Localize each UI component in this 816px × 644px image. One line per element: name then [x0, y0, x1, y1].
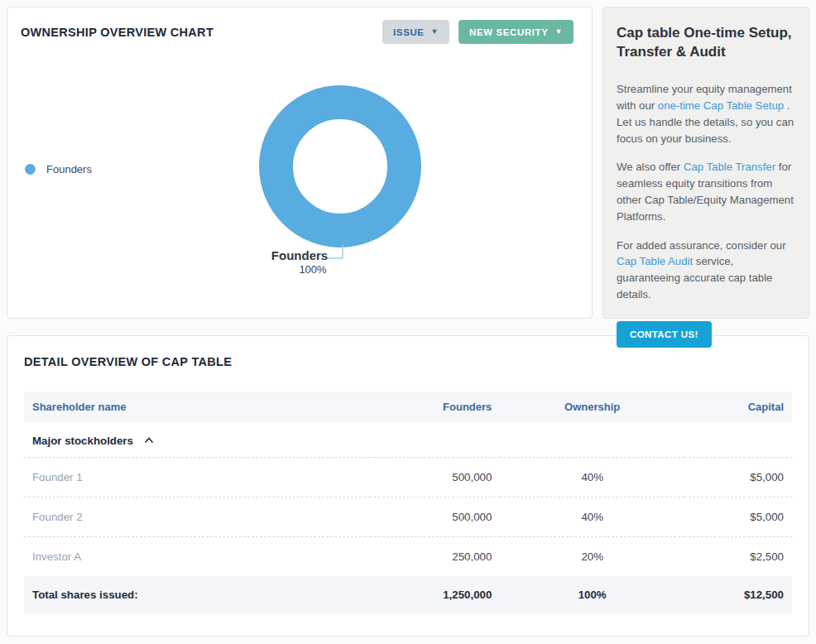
donut-callout-value: 100%: [299, 263, 326, 276]
promo-text: For added assurance, consider our: [617, 239, 786, 252]
table-row: Investor A250,00020%$2,500: [24, 537, 792, 577]
page: OWNERSHIP OVERVIEW CHART ISSUE ▼ NEW SEC…: [0, 0, 816, 643]
ownership-panel-actions: ISSUE ▼ NEW SECURITY ▼: [382, 20, 574, 44]
ownership-overview-panel: OWNERSHIP OVERVIEW CHART ISSUE ▼ NEW SEC…: [7, 7, 593, 319]
total-row: Total shares issued: 1,250,000 100% $12,…: [24, 576, 792, 613]
capital-cell: $5,000: [684, 497, 792, 537]
promo-paragraphs: Streamline your equity management with o…: [617, 81, 795, 303]
contact-us-button[interactable]: CONTACT US!: [617, 321, 712, 348]
donut-segment-founders[interactable]: [276, 103, 405, 231]
new-security-button[interactable]: NEW SECURITY ▼: [458, 20, 574, 44]
shareholder-name-link[interactable]: Founder 1: [24, 458, 370, 497]
promo-link[interactable]: Cap Table Audit: [617, 255, 693, 267]
total-founders: 1,250,000: [370, 576, 501, 613]
promo-paragraph: Streamline your equity management with o…: [617, 81, 795, 147]
shareholder-name-link[interactable]: Investor A: [24, 537, 370, 577]
legend-label-founders: Founders: [46, 163, 92, 175]
founders-cell: 500,000: [370, 497, 501, 537]
table-row: Founder 1500,00040%$5,000: [24, 458, 792, 497]
ownership-cell: 40%: [500, 458, 684, 497]
cap-table-header-row: Shareholder name Founders Ownership Capi…: [24, 392, 792, 422]
new-security-button-label: NEW SECURITY: [469, 27, 548, 37]
cap-table: Shareholder name Founders Ownership Capi…: [24, 392, 792, 613]
column-header-capital: Capital: [684, 392, 792, 422]
group-row-major-stockholders[interactable]: Major stockholders: [24, 422, 792, 458]
column-header-ownership: Ownership: [500, 392, 684, 422]
total-capital: $12,500: [684, 576, 792, 613]
shareholder-name-link[interactable]: Founder 2: [24, 497, 370, 537]
table-row: Founder 2500,00040%$5,000: [24, 497, 792, 537]
label-connector-line: [326, 242, 346, 262]
promo-panel: Cap table One-time Setup, Transfer & Aud…: [602, 7, 809, 319]
founders-cell: 250,000: [370, 537, 501, 577]
capital-cell: $5,000: [684, 458, 792, 497]
chart-legend: Founders: [25, 163, 92, 175]
chevron-up-icon[interactable]: [144, 437, 154, 444]
issue-button-label: ISSUE: [393, 27, 425, 37]
promo-link[interactable]: Cap Table Transfer: [684, 161, 775, 173]
group-label: Major stockholders: [32, 435, 133, 447]
cap-table-body: Founder 1500,00040%$5,000Founder 2500,00…: [24, 458, 792, 577]
ownership-panel-title: OWNERSHIP OVERVIEW CHART: [21, 26, 214, 39]
cap-table-title: DETAIL OVERVIEW OF CAP TABLE: [24, 355, 792, 368]
cap-table-panel: DETAIL OVERVIEW OF CAP TABLE Shareholder…: [7, 335, 809, 637]
capital-cell: $2,500: [684, 537, 792, 577]
column-header-shareholder: Shareholder name: [24, 392, 370, 422]
chevron-down-icon: ▼: [554, 28, 563, 36]
ownership-panel-header: OWNERSHIP OVERVIEW CHART ISSUE ▼ NEW SEC…: [7, 7, 592, 44]
promo-title: Cap table One-time Setup, Transfer & Aud…: [617, 24, 795, 61]
donut-callout-label: Founders: [271, 248, 328, 262]
promo-paragraph: For added assurance, consider our Cap Ta…: [617, 238, 795, 303]
founders-cell: 500,000: [370, 458, 501, 497]
chevron-down-icon: ▼: [431, 28, 439, 36]
column-header-founders: Founders: [370, 392, 501, 422]
ownership-cell: 40%: [500, 497, 684, 537]
donut-chart[interactable]: [257, 84, 423, 249]
promo-paragraph: We also offer Cap Table Transfer for sea…: [617, 159, 795, 224]
issue-button[interactable]: ISSUE ▼: [382, 20, 449, 44]
top-row: OWNERSHIP OVERVIEW CHART ISSUE ▼ NEW SEC…: [7, 7, 809, 319]
legend-dot-founders: [25, 164, 36, 175]
total-label: Total shares issued:: [24, 576, 370, 613]
ownership-cell: 20%: [500, 537, 684, 577]
promo-text: We also offer: [617, 161, 684, 173]
promo-link[interactable]: one-time Cap Table Setup: [658, 99, 784, 112]
total-ownership: 100%: [500, 576, 684, 613]
